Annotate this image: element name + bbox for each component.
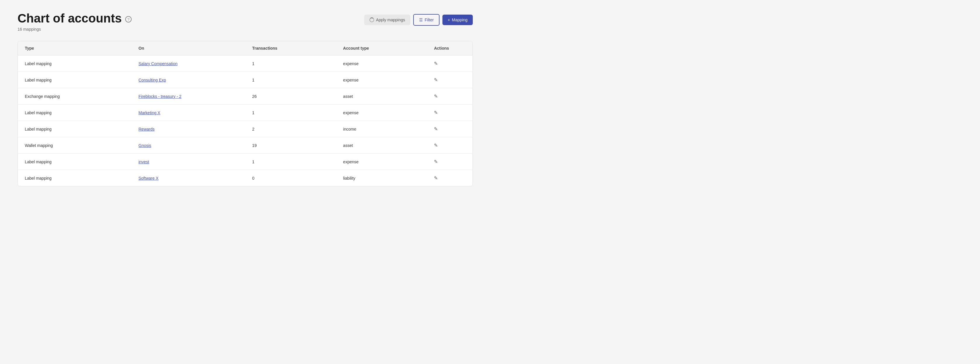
cell-type: Label mapping: [18, 72, 132, 88]
cell-account-type: asset: [336, 88, 427, 105]
table-row: Label mappinginvest1expense✎: [18, 154, 473, 170]
cell-account-type: expense: [336, 154, 427, 170]
edit-icon[interactable]: ✎: [434, 126, 438, 131]
edit-icon[interactable]: ✎: [434, 143, 438, 148]
apply-mappings-button[interactable]: Apply mappings: [364, 14, 410, 25]
on-link[interactable]: Rewards: [138, 127, 155, 131]
col-header-account-type: Account type: [336, 41, 427, 56]
apply-mappings-label: Apply mappings: [376, 18, 405, 22]
edit-icon[interactable]: ✎: [434, 94, 438, 99]
cell-actions: ✎: [427, 170, 473, 187]
cell-type: Label mapping: [18, 170, 132, 187]
cell-on[interactable]: Consulting Exp: [132, 72, 245, 88]
edit-icon[interactable]: ✎: [434, 110, 438, 115]
page-title-row: Chart of accounts ?: [18, 12, 132, 25]
cell-on[interactable]: invest: [132, 154, 245, 170]
help-icon[interactable]: ?: [125, 16, 132, 22]
cell-transactions: 0: [245, 170, 336, 187]
table-row: Label mappingSoftware X0liability✎: [18, 170, 473, 187]
filter-label: Filter: [425, 18, 434, 22]
on-link[interactable]: invest: [138, 160, 150, 164]
col-header-transactions: Transactions: [245, 41, 336, 56]
table-row: Label mappingSalary Compensation1expense…: [18, 56, 473, 72]
page-container: Chart of accounts ? 16 mappings Apply ma…: [0, 0, 490, 198]
table-row: Exchange mappingFireblocks - treasury - …: [18, 88, 473, 105]
filter-icon: ☰: [419, 18, 423, 22]
page-header: Chart of accounts ? 16 mappings Apply ma…: [18, 12, 473, 32]
col-header-on: On: [132, 41, 245, 56]
cell-actions: ✎: [427, 154, 473, 170]
edit-icon[interactable]: ✎: [434, 176, 438, 180]
on-link[interactable]: Gnosis: [138, 143, 151, 148]
edit-icon[interactable]: ✎: [434, 77, 438, 82]
plus-icon: +: [448, 18, 450, 22]
loading-icon: [369, 18, 374, 22]
cell-transactions: 1: [245, 154, 336, 170]
cell-transactions: 1: [245, 56, 336, 72]
cell-account-type: asset: [336, 137, 427, 154]
edit-icon[interactable]: ✎: [434, 159, 438, 164]
table-row: Label mappingRewards2income✎: [18, 121, 473, 137]
cell-actions: ✎: [427, 121, 473, 137]
page-title: Chart of accounts: [18, 12, 122, 25]
table-container: Type On Transactions Account type Action…: [18, 41, 473, 187]
col-header-actions: Actions: [427, 41, 473, 56]
cell-account-type: liability: [336, 170, 427, 187]
on-link[interactable]: Software X: [138, 176, 159, 180]
cell-account-type: expense: [336, 56, 427, 72]
mappings-count: 16 mappings: [18, 27, 132, 32]
table-row: Label mappingConsulting Exp1expense✎: [18, 72, 473, 88]
on-link[interactable]: Consulting Exp: [138, 78, 166, 82]
cell-on[interactable]: Rewards: [132, 121, 245, 137]
cell-transactions: 26: [245, 88, 336, 105]
cell-actions: ✎: [427, 137, 473, 154]
table-row: Label mappingMarketing X1expense✎: [18, 105, 473, 121]
cell-transactions: 19: [245, 137, 336, 154]
on-link[interactable]: Fireblocks - treasury - 2: [138, 94, 181, 99]
cell-type: Exchange mapping: [18, 88, 132, 105]
title-section: Chart of accounts ? 16 mappings: [18, 12, 132, 32]
table-row: Wallet mappingGnosis19asset✎: [18, 137, 473, 154]
cell-on[interactable]: Marketing X: [132, 105, 245, 121]
cell-actions: ✎: [427, 88, 473, 105]
cell-transactions: 1: [245, 105, 336, 121]
table-body: Label mappingSalary Compensation1expense…: [18, 56, 473, 187]
header-actions: Apply mappings ☰ Filter + Mapping: [364, 14, 473, 26]
cell-on[interactable]: Salary Compensation: [132, 56, 245, 72]
cell-account-type: expense: [336, 72, 427, 88]
cell-on[interactable]: Fireblocks - treasury - 2: [132, 88, 245, 105]
cell-type: Label mapping: [18, 121, 132, 137]
cell-actions: ✎: [427, 105, 473, 121]
cell-type: Wallet mapping: [18, 137, 132, 154]
on-link[interactable]: Marketing X: [138, 110, 161, 115]
cell-actions: ✎: [427, 56, 473, 72]
filter-button[interactable]: ☰ Filter: [413, 14, 439, 26]
cell-transactions: 2: [245, 121, 336, 137]
mapping-label: Mapping: [452, 18, 468, 22]
cell-transactions: 1: [245, 72, 336, 88]
cell-on[interactable]: Software X: [132, 170, 245, 187]
cell-type: Label mapping: [18, 56, 132, 72]
mapping-button[interactable]: + Mapping: [442, 14, 473, 25]
cell-account-type: expense: [336, 105, 427, 121]
data-table: Type On Transactions Account type Action…: [18, 41, 473, 186]
cell-type: Label mapping: [18, 154, 132, 170]
cell-actions: ✎: [427, 72, 473, 88]
cell-account-type: income: [336, 121, 427, 137]
on-link[interactable]: Salary Compensation: [138, 61, 178, 66]
edit-icon[interactable]: ✎: [434, 61, 438, 66]
table-header-row: Type On Transactions Account type Action…: [18, 41, 473, 56]
col-header-type: Type: [18, 41, 132, 56]
cell-on[interactable]: Gnosis: [132, 137, 245, 154]
cell-type: Label mapping: [18, 105, 132, 121]
